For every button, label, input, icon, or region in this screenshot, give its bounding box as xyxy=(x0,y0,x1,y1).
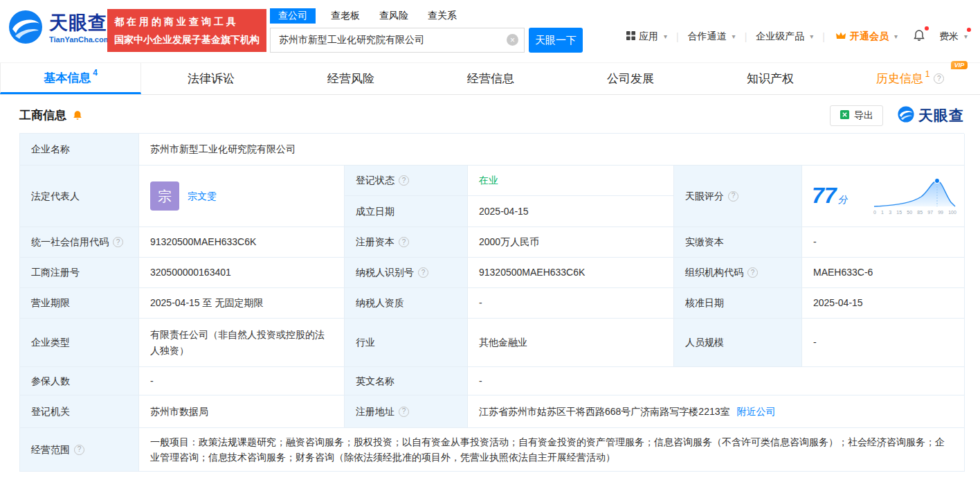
divider: | xyxy=(676,31,679,42)
reg-capital-value: 2000万人民币 xyxy=(468,227,674,258)
legal-rep-avatar[interactable]: 宗 xyxy=(150,181,179,211)
nav-apps-label: 应用 xyxy=(639,30,658,43)
nearby-companies-link[interactable]: 附近公司 xyxy=(737,404,776,419)
score-value[interactable]: 77分 0 1 3 15 xyxy=(802,166,965,227)
search-tabs: 查公司 查老板 查风险 查关系 xyxy=(270,8,583,24)
company-name-value: 苏州市新型工业化研究院有限公司 xyxy=(139,134,965,166)
search-tab-relation[interactable]: 查关系 xyxy=(424,8,461,24)
business-info-section-header: 工商信息 导出 天眼查 xyxy=(0,95,980,133)
insured-label: 参保人数 xyxy=(20,367,139,395)
tab-development-label: 公司发展 xyxy=(607,71,654,87)
notification-dot xyxy=(925,26,929,30)
credit-code-help-icon[interactable] xyxy=(113,237,123,247)
score-help-icon[interactable] xyxy=(728,191,738,202)
nav-vip-membership[interactable]: 开通会员 xyxy=(835,30,898,43)
score-distribution-chart: 0 1 3 15 50 85 97 99 100 xyxy=(873,176,957,216)
company-type-value: 有限责任公司（非自然人投资或控股的法人独资） xyxy=(139,319,345,367)
reg-status-help-icon[interactable] xyxy=(399,175,409,186)
legal-rep-value: 宗 宗文雯 xyxy=(139,166,345,227)
taxpayer-id-value: 91320500MAEH633C6K xyxy=(468,258,674,288)
nav-user-account[interactable]: 费米 xyxy=(939,30,968,43)
tab-risk-label: 经营风险 xyxy=(327,71,374,87)
score-axis: 0 1 3 15 50 85 97 99 100 xyxy=(873,208,957,216)
org-code-help-icon[interactable] xyxy=(747,267,758,278)
tab-history-count: 1 xyxy=(925,69,930,79)
status-badge[interactable]: 在业 xyxy=(479,172,498,188)
watermark-logo-icon xyxy=(897,105,915,126)
divider: | xyxy=(822,31,825,42)
slogan-line1: 都在用的商业查询工具 xyxy=(114,12,260,30)
reg-number-value: 320500000163401 xyxy=(139,258,345,288)
credit-code-label: 统一社会信用代码 xyxy=(20,227,139,258)
clear-search-icon[interactable] xyxy=(507,34,518,46)
industry-label: 行业 xyxy=(345,319,468,367)
search-tab-risk[interactable]: 查风险 xyxy=(375,8,412,24)
tab-history-info[interactable]: 历史信息 1 VIP xyxy=(840,63,980,94)
org-code-label: 组织机构代码 xyxy=(674,258,802,288)
history-help-icon[interactable] xyxy=(934,73,944,84)
search-box xyxy=(270,28,525,53)
insured-value: - xyxy=(139,367,345,395)
watermark-logo: 天眼查 xyxy=(897,105,964,126)
company-name-label: 企业名称 xyxy=(20,134,139,166)
establish-date-label: 成立日期 xyxy=(345,196,468,227)
slogan-banner: 都在用的商业查询工具 国家中小企业发展子基金旗下机构 xyxy=(107,9,266,52)
logo-title: 天眼查 xyxy=(49,13,110,34)
tab-basic-info[interactable]: 基本信息 4 xyxy=(0,63,141,94)
search-tab-company[interactable]: 查公司 xyxy=(270,8,316,24)
company-tab-bar: 基本信息 4 法律诉讼 经营风险 经营信息 公司发展 知识产权 历史信息 1 V… xyxy=(0,62,980,95)
reg-capital-help-icon[interactable] xyxy=(399,237,409,247)
tab-operational-risk[interactable]: 经营风险 xyxy=(281,63,421,94)
business-info-table: 企业名称 苏州市新型工业化研究院有限公司 法定代表人 宗 宗文雯 登记状态 在业… xyxy=(19,133,964,472)
approve-date-value: 2025-04-15 xyxy=(802,288,965,319)
approve-date-label: 核准日期 xyxy=(674,288,802,319)
search-button[interactable]: 天眼一下 xyxy=(529,28,583,53)
header: 天眼查 TianYanCha.com 都在用的商业查询工具 国家中小企业发展子基… xyxy=(0,0,980,62)
search-input[interactable] xyxy=(270,28,525,53)
tab-basic-info-count: 4 xyxy=(93,68,98,78)
tab-ip-label: 知识产权 xyxy=(747,71,794,87)
tab-business-info[interactable]: 经营信息 xyxy=(421,63,561,94)
business-scope-label: 经营范围 xyxy=(20,428,139,472)
reg-authority-value: 苏州市数据局 xyxy=(139,395,345,428)
scope-help-icon[interactable] xyxy=(74,445,84,455)
taxpayer-id-help-icon[interactable] xyxy=(418,267,428,278)
address-label: 注册地址 xyxy=(345,395,468,428)
nav-enterprise-products[interactable]: 企业级产品 xyxy=(756,30,813,43)
user-notification-dot xyxy=(967,28,971,32)
nav-cooperation[interactable]: 合作通道 xyxy=(688,30,736,43)
address-help-icon[interactable] xyxy=(399,407,409,417)
business-scope-value: 一般项目：政策法规课题研究；融资咨询服务；股权投资；以自有资金从事投资活动；自有… xyxy=(139,428,965,472)
legal-rep-label: 法定代表人 xyxy=(20,166,139,227)
top-nav: 应用 | 合作通道 | 企业级产品 | 开通会员 xyxy=(626,29,968,44)
tab-intellectual-property[interactable]: 知识产权 xyxy=(700,63,840,94)
page: 天眼查 TianYanCha.com 都在用的商业查询工具 国家中小企业发展子基… xyxy=(0,0,980,480)
address-value: 江苏省苏州市姑苏区干将西路668号广济南路写字楼2213室 附近公司 xyxy=(468,395,965,428)
establish-date-value: 2025-04-15 xyxy=(468,196,674,227)
monitor-bell-icon[interactable] xyxy=(72,110,83,121)
tab-company-development[interactable]: 公司发展 xyxy=(561,63,700,94)
legal-rep-name-link[interactable]: 宗文雯 xyxy=(188,188,217,204)
nav-user-label: 费米 xyxy=(939,30,959,43)
business-term-label: 营业期限 xyxy=(20,288,139,319)
tab-legal-proceedings[interactable]: 法律诉讼 xyxy=(141,63,281,94)
score-unit: 分 xyxy=(838,194,848,205)
paid-capital-label: 实缴资本 xyxy=(674,227,802,258)
tab-legal-label: 法律诉讼 xyxy=(188,71,235,87)
divider: | xyxy=(745,31,747,42)
logo-subtitle: TianYanCha.com xyxy=(49,35,110,44)
search-tab-boss[interactable]: 查老板 xyxy=(327,8,364,24)
org-code-value: MAEH633C-6 xyxy=(802,258,965,288)
notifications-bell[interactable] xyxy=(913,29,925,44)
tab-basic-info-label: 基本信息 xyxy=(44,70,91,86)
staff-size-value: - xyxy=(802,319,965,367)
nav-apps[interactable]: 应用 xyxy=(626,30,667,43)
section-title: 工商信息 xyxy=(19,107,66,123)
reg-capital-label: 注册资本 xyxy=(345,227,468,258)
export-button[interactable]: 导出 xyxy=(830,105,883,126)
excel-icon xyxy=(840,109,850,122)
score-number: 77分 xyxy=(812,178,848,213)
tianyancha-logo[interactable]: 天眼查 TianYanCha.com xyxy=(7,8,110,48)
business-term-value: 2025-04-15 至 无固定期限 xyxy=(139,288,345,319)
bell-icon xyxy=(913,29,925,44)
